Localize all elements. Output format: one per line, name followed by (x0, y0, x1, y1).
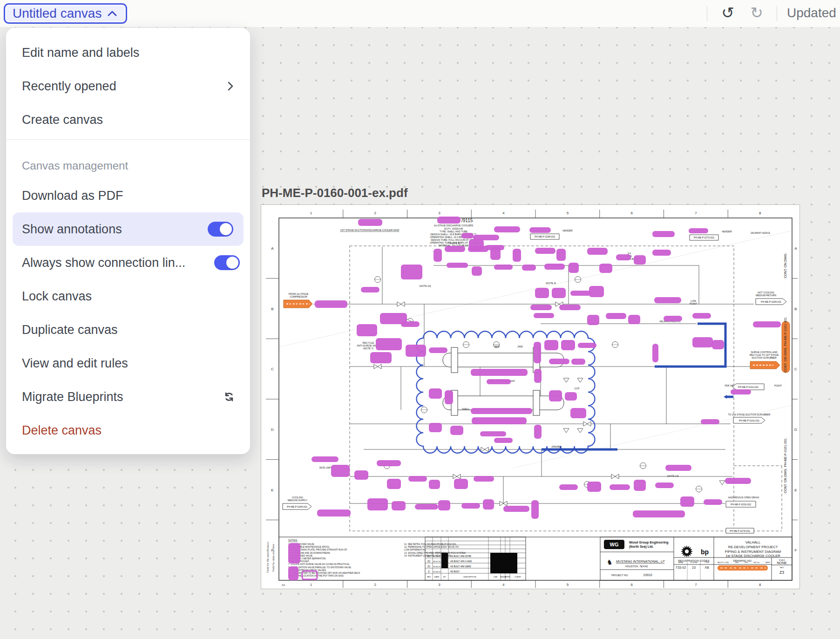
annotation-highlight[interactable] (587, 248, 608, 255)
annotation-highlight[interactable] (434, 249, 442, 262)
pdf-document[interactable]: PH-ME-P-0160-001-ex.pdf 1122334455667788… (261, 186, 800, 589)
annotation-highlight[interactable] (358, 219, 382, 226)
annotation-highlight[interactable] (544, 340, 558, 350)
annotation-highlight[interactable] (480, 431, 506, 436)
annotation-highlight[interactable] (689, 228, 708, 233)
annotation-highlight[interactable] (634, 480, 646, 491)
annotation-highlight[interactable] (753, 321, 781, 327)
annotation-highlight[interactable] (429, 480, 440, 489)
annotation-highlight[interactable] (494, 265, 513, 270)
annotation-highlight[interactable] (530, 305, 552, 310)
annotation-highlight[interactable] (534, 369, 542, 383)
annotation-highlight[interactable] (490, 247, 501, 260)
annotation-highlight[interactable] (692, 313, 711, 319)
annotation-highlight[interactable] (535, 248, 555, 254)
annotation-highlight[interactable] (654, 297, 681, 303)
annotation-highlight[interactable] (549, 359, 569, 364)
annotation-highlight[interactable] (587, 482, 601, 492)
annotation-highlight[interactable] (522, 265, 536, 271)
annotation-highlight[interactable] (534, 313, 554, 318)
annotation-highlight[interactable] (415, 504, 438, 510)
annotation-highlight[interactable] (652, 231, 675, 237)
menu-item-delete-canvas[interactable]: Delete canvas (6, 414, 250, 447)
annotation-highlight[interactable] (387, 479, 401, 489)
annotation-highlight[interactable] (570, 408, 586, 418)
annotation-highlight[interactable] (628, 315, 640, 324)
pdf-page[interactable]: 1122334455667788AABBCCDDEEFFA1 (261, 204, 800, 589)
annotation-highlight[interactable] (437, 217, 461, 224)
annotation-highlight[interactable] (471, 408, 532, 414)
annotation-highlight[interactable] (652, 344, 658, 362)
menu-item-create-canvas[interactable]: Create canvas (6, 103, 250, 136)
undo-button[interactable]: ↺ (718, 4, 737, 22)
annotation-highlight[interactable] (429, 388, 442, 399)
annotation-highlight[interactable] (461, 233, 474, 238)
annotation-highlight[interactable] (445, 246, 465, 252)
annotation-highlight[interactable] (665, 465, 691, 471)
annotation-highlight[interactable] (587, 315, 599, 325)
annotation-highlight[interactable] (370, 352, 392, 363)
annotation-highlight[interactable] (367, 498, 388, 510)
annotation-highlight[interactable] (534, 342, 541, 363)
annotation-highlight[interactable] (606, 313, 626, 319)
annotation-highlight[interactable] (571, 359, 585, 365)
annotation-highlight[interactable] (556, 249, 566, 261)
menu-item-edit-name[interactable]: Edit name and labels (6, 36, 250, 69)
annotation-highlight[interactable] (610, 484, 630, 490)
annotation-highlight[interactable] (664, 316, 682, 321)
redo-button[interactable]: ↻ (747, 4, 766, 22)
annotation-highlight[interactable] (704, 499, 722, 505)
always-show-connections-toggle[interactable] (214, 255, 240, 270)
annotation-highlight[interactable] (361, 287, 379, 292)
menu-item-recently-opened[interactable]: Recently opened (6, 69, 250, 103)
annotation-highlight[interactable] (531, 500, 539, 519)
annotation-highlight[interactable] (472, 417, 527, 424)
annotation-highlight[interactable] (569, 263, 579, 273)
menu-item-migrate-blueprints[interactable]: Migrate Blueprints (6, 380, 250, 414)
annotation-highlight[interactable] (312, 456, 339, 462)
show-annotations-toggle[interactable] (208, 222, 233, 237)
annotation-highlight[interactable] (472, 266, 482, 276)
annotation-highlight[interactable] (447, 263, 468, 268)
annotation-highlight[interactable] (483, 499, 494, 510)
annotation-highlight[interactable] (494, 438, 513, 443)
annotation-highlight[interactable] (315, 300, 347, 308)
annotation-highlight[interactable] (317, 510, 351, 517)
annotation-highlight[interactable] (474, 476, 494, 482)
annotation-highlight[interactable] (565, 392, 577, 401)
annotation-highlight[interactable] (401, 321, 420, 327)
annotation-highlight[interactable] (712, 340, 724, 349)
annotation-highlight[interactable] (725, 478, 751, 484)
annotation-highlight[interactable] (429, 423, 442, 432)
annotation-highlight[interactable] (655, 483, 674, 488)
annotation-highlight[interactable] (503, 506, 529, 512)
annotation-highlight[interactable] (549, 390, 562, 401)
annotation-highlight[interactable] (513, 249, 521, 262)
annotation-highlight[interactable] (408, 476, 427, 482)
annotation-highlight[interactable] (429, 347, 447, 353)
annotation-highlight[interactable] (468, 246, 488, 252)
annotation-highlight[interactable] (578, 343, 596, 348)
menu-item-always-show-connections[interactable]: Always show connection lin... (6, 246, 250, 279)
annotation-highlight[interactable] (450, 426, 463, 435)
annotation-highlight[interactable] (461, 503, 480, 509)
annotation-highlight[interactable] (454, 479, 468, 489)
annotation-highlight[interactable] (406, 345, 426, 357)
annotation-highlight[interactable] (680, 496, 694, 507)
annotation-highlight[interactable] (552, 288, 566, 298)
annotation-highlight[interactable] (471, 369, 528, 376)
annotation-highlight[interactable] (529, 227, 551, 233)
annotation-highlight[interactable] (633, 510, 685, 517)
annotation-highlight[interactable] (599, 264, 612, 273)
annotation-highlight[interactable] (438, 500, 450, 510)
annotation-highlight[interactable] (288, 543, 300, 564)
annotation-highlight[interactable] (559, 305, 581, 310)
annotation-highlight[interactable] (354, 470, 368, 480)
annotation-highlight[interactable] (331, 465, 350, 477)
annotation-highlight[interactable] (634, 255, 646, 265)
menu-item-show-annotations[interactable]: Show annotations (13, 212, 244, 246)
orange-flag-from-compressor[interactable] (284, 300, 312, 308)
canvas-title-button[interactable]: Untitled canvas (4, 3, 127, 24)
annotation-highlight[interactable] (534, 425, 542, 439)
orange-flag-surge-control[interactable] (750, 361, 780, 369)
